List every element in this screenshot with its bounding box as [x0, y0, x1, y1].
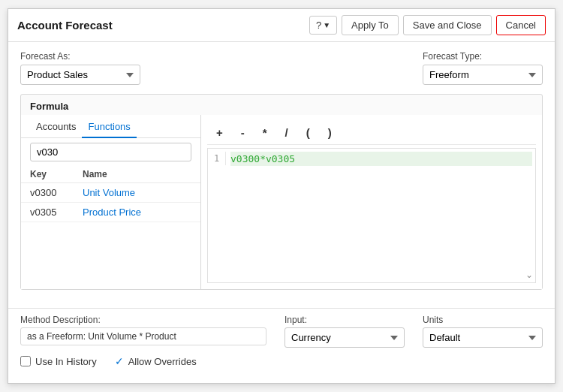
line-number-1: 1	[211, 152, 226, 165]
method-desc-value: as a Freeform: Unit Volume * Product	[20, 327, 266, 345]
modal-body: Forecast As: Product Sales Service Sales…	[8, 42, 555, 308]
tab-accounts[interactable]: Accounts	[30, 118, 82, 138]
row-name-0: Unit Volume	[83, 187, 191, 198]
help-button[interactable]: ? ▼	[309, 16, 337, 35]
help-dropdown-icon: ▼	[323, 21, 330, 29]
formula-content: Accounts Functions Key Name v0300 Unit V…	[21, 115, 542, 289]
bottom-row-1: Method Description: as a Freeform: Unit …	[20, 315, 543, 348]
code-area[interactable]: 1 v0300*v0305	[207, 148, 536, 283]
forecast-as-label: Forecast As:	[20, 51, 140, 62]
code-content-1: v0300*v0305	[230, 152, 532, 166]
operator-open-paren[interactable]: (	[303, 125, 313, 140]
row-key-1: v0305	[30, 207, 83, 218]
input-select[interactable]: Currency Number Percent	[285, 327, 405, 348]
forecast-type-label: Forecast Type:	[423, 51, 543, 62]
use-in-history-label: Use In History	[35, 356, 97, 367]
modal-title: Account Forecast	[17, 19, 113, 32]
use-in-history-group: Use In History	[20, 356, 97, 367]
col-name-header: Name	[83, 169, 191, 179]
allow-overrides-label: Allow Overrides	[128, 356, 197, 367]
table-header: Key Name	[21, 166, 200, 183]
allow-overrides-checkmark: ✓	[115, 355, 124, 367]
operator-multiply[interactable]: *	[260, 125, 270, 140]
operator-close-paren[interactable]: )	[325, 125, 335, 140]
forecast-row: Forecast As: Product Sales Service Sales…	[20, 51, 543, 85]
forecast-as-group: Forecast As: Product Sales Service Sales…	[20, 51, 140, 85]
method-desc-group: Method Description: as a Freeform: Unit …	[20, 315, 266, 345]
header-actions: ? ▼ Apply To Save and Close Cancel	[309, 15, 546, 35]
formula-search-input[interactable]	[30, 143, 191, 161]
forecast-type-select[interactable]: Freeform Fixed Variable	[423, 65, 543, 85]
table-row[interactable]: v0300 Unit Volume	[21, 183, 200, 203]
operator-divide[interactable]: /	[282, 125, 291, 140]
cancel-button[interactable]: Cancel	[496, 15, 546, 35]
tab-accounts-label: Accounts	[36, 121, 76, 132]
save-and-close-button[interactable]: Save and Close	[403, 15, 492, 35]
bottom-row-2: Use In History ✓ Allow Overrides	[20, 355, 543, 367]
formula-left-panel: Accounts Functions Key Name v0300 Unit V…	[21, 115, 201, 289]
operator-plus[interactable]: +	[213, 125, 226, 140]
method-desc-label: Method Description:	[20, 315, 266, 325]
units-label: Units	[423, 315, 543, 325]
modal-container: Account Forecast ? ▼ Apply To Save and C…	[8, 8, 555, 384]
col-key-header: Key	[30, 169, 83, 179]
code-line-1: 1 v0300*v0305	[211, 152, 532, 166]
apply-to-button[interactable]: Apply To	[342, 15, 399, 35]
formula-title: Formula	[21, 95, 542, 115]
forecast-as-select[interactable]: Product Sales Service Sales Other	[20, 65, 140, 85]
bottom-section: Method Description: as a Freeform: Unit …	[8, 308, 555, 373]
formula-right-panel: + - * / ( ) 1 v0300*v0305	[201, 115, 542, 289]
formula-tabs: Accounts Functions	[21, 115, 200, 138]
table-row[interactable]: v0305 Product Price	[21, 203, 200, 222]
input-label: Input:	[285, 315, 405, 325]
help-icon: ?	[316, 20, 321, 31]
tab-functions-label: Functions	[88, 121, 130, 132]
formula-section: Formula Accounts Functions Key	[20, 94, 543, 290]
tab-functions[interactable]: Functions	[82, 118, 136, 138]
units-select[interactable]: Default Thousands Millions	[423, 327, 543, 348]
forecast-type-group: Forecast Type: Freeform Fixed Variable	[423, 51, 543, 85]
row-name-1: Product Price	[83, 207, 191, 218]
input-group: Input: Currency Number Percent	[285, 315, 405, 348]
use-in-history-checkbox[interactable]	[20, 356, 31, 366]
units-group: Units Default Thousands Millions	[423, 315, 543, 348]
code-scroll-area: 1 v0300*v0305 ⌄	[207, 148, 536, 283]
allow-overrides-group: ✓ Allow Overrides	[115, 355, 197, 367]
scroll-chevron-icon: ⌄	[525, 270, 533, 280]
operator-bar: + - * / ( )	[207, 121, 536, 145]
row-key-0: v0300	[30, 187, 83, 198]
operator-minus[interactable]: -	[238, 125, 248, 140]
modal-header: Account Forecast ? ▼ Apply To Save and C…	[8, 9, 555, 42]
